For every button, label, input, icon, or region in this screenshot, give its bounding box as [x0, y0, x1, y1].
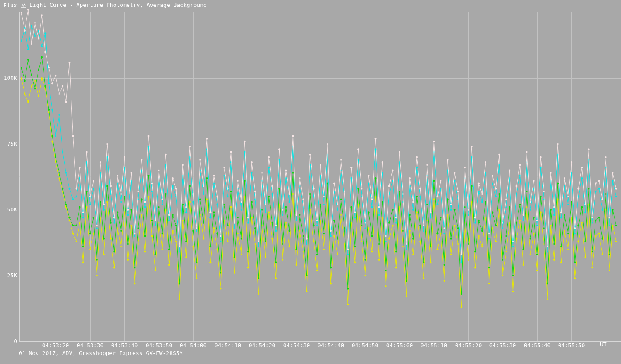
chart-title-bar: Light Curve - Aperture Photometry, Avera… — [21, 2, 207, 8]
light-curve-window-icon — [21, 3, 26, 8]
light-curve-plot[interactable] — [0, 0, 621, 364]
chart-title: Light Curve - Aperture Photometry, Avera… — [29, 2, 207, 8]
y-axis-label: Flux — [3, 3, 17, 9]
x-axis-unit-label: UT — [600, 341, 607, 347]
observation-caption: 01 Nov 2017, ADV, Grasshopper Express GX… — [19, 350, 183, 356]
